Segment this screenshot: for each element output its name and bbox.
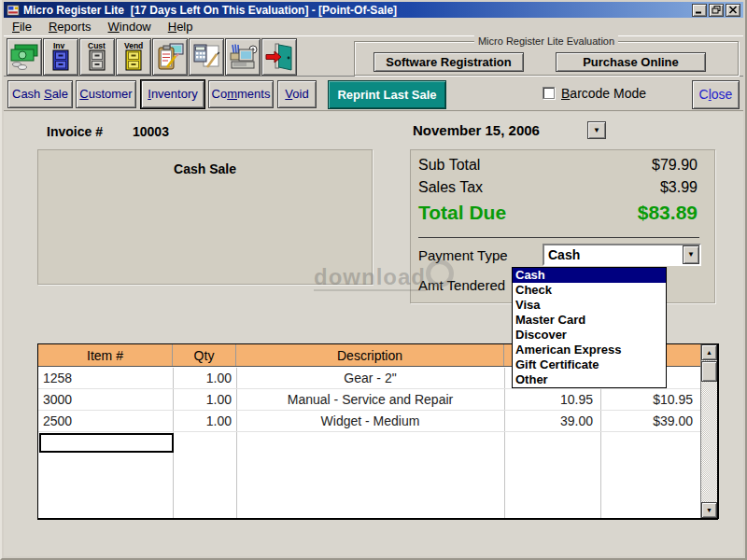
grid-scrollbar[interactable]: ▲ ▼ <box>700 344 717 518</box>
calculator-icon <box>190 41 222 73</box>
sub-total-value: $79.90 <box>652 157 698 174</box>
menu-help[interactable]: Help <box>160 19 202 35</box>
close-icon <box>728 6 738 14</box>
menu-window[interactable]: Window <box>100 19 160 35</box>
restore-button[interactable] <box>709 4 724 17</box>
dropdown-option[interactable]: American Express <box>513 343 666 357</box>
money-icon <box>8 41 40 73</box>
close-window-button[interactable] <box>726 4 740 17</box>
total-due-value: $83.89 <box>638 202 698 224</box>
sale-type-panel: Cash Sale <box>37 149 373 285</box>
table-row[interactable]: 3000 1.00 Manual - Service and Repair 10… <box>38 389 700 411</box>
evaluation-groupbox: Micro Register Lite Evaluation Software … <box>354 41 739 76</box>
payment-type-selected: Cash <box>548 247 580 262</box>
window-title: Micro Register Lite [17 Days Left On Thi… <box>23 4 397 17</box>
sales-tax-value: $3.99 <box>660 179 698 196</box>
invoices-cabinet-icon: Inv <box>45 40 77 74</box>
dropdown-option[interactable]: Visa <box>513 298 666 313</box>
payment-type-combobox[interactable]: Cash ▼ <box>543 244 701 266</box>
header-qty: Qty <box>173 344 236 366</box>
svg-text:Cust: Cust <box>88 41 106 50</box>
tab-customer[interactable]: Customer <box>76 80 136 108</box>
calculator-notes-button[interactable] <box>189 38 224 76</box>
header-item: Item # <box>38 344 173 366</box>
invoice-number: 10003 <box>133 124 169 139</box>
dropdown-option[interactable]: Check <box>513 283 666 298</box>
computer-icon <box>227 41 259 73</box>
scroll-thumb[interactable] <box>701 361 717 382</box>
vendors-cabinet-icon: Vend <box>118 40 149 74</box>
sale-type-title: Cash Sale <box>38 161 372 176</box>
reprint-last-sale-button[interactable]: Reprint Last Sale <box>328 80 446 109</box>
pos-money-button[interactable] <box>7 38 42 76</box>
title-bar: Micro Register Lite [17 Days Left On Thi… <box>4 2 743 18</box>
exit-door-icon <box>263 41 295 73</box>
action-row: Cash Sale Customer Inventory Comments Vo… <box>4 78 743 111</box>
app-window: Micro Register Lite [17 Days Left On Thi… <box>0 0 747 560</box>
dropdown-option[interactable]: Discover <box>513 328 666 343</box>
svg-text:Inv: Inv <box>53 41 65 50</box>
app-icon <box>7 4 20 17</box>
table-row[interactable]: 2500 1.00 Widget - Medium 39.00 $39.00 <box>38 411 700 432</box>
payment-type-label: Payment Type <box>418 247 508 263</box>
tab-comments[interactable]: Comments <box>208 80 274 108</box>
sales-tax-label: Sales Tax <box>418 179 483 196</box>
dropdown-option[interactable]: Master Card <box>513 313 666 328</box>
payment-type-dropdown-list: Cash Check Visa Master Card Discover Ame… <box>512 267 667 388</box>
clipboard-icon <box>154 41 186 73</box>
total-due-label: Total Due <box>418 202 506 224</box>
scroll-down-button[interactable]: ▼ <box>701 502 717 518</box>
tab-inventory[interactable]: Inventory <box>141 80 204 108</box>
date-dropdown-button[interactable]: ▼ <box>587 121 606 139</box>
dropdown-option[interactable]: Cash <box>513 268 666 283</box>
minimize-icon <box>695 6 704 14</box>
tab-void[interactable]: Void <box>277 80 317 108</box>
register-computer-button[interactable] <box>225 38 261 76</box>
toolbar: Inv Cust Vend <box>4 35 743 77</box>
sale-date: November 15, 2006 <box>413 122 540 138</box>
orders-clipboard-button[interactable] <box>152 38 188 76</box>
sub-total-label: Sub Total <box>418 157 480 174</box>
exit-button[interactable] <box>261 38 297 76</box>
amt-tendered-label: Amt Tendered <box>418 277 505 293</box>
close-button[interactable]: Close <box>692 80 740 109</box>
purchase-online-button[interactable]: Purchase Online <box>556 52 706 72</box>
customers-cabinet-button[interactable]: Cust <box>79 38 115 76</box>
invoices-cabinet-button[interactable]: Inv <box>43 38 78 76</box>
svg-text:Vend: Vend <box>124 41 143 50</box>
active-item-cell[interactable] <box>39 433 174 453</box>
menu-file[interactable]: File <box>4 19 40 35</box>
barcode-mode-label: Barcode Mode <box>561 86 646 101</box>
header-description: Description <box>236 344 504 366</box>
barcode-mode-checkbox[interactable] <box>543 87 555 99</box>
customers-cabinet-icon: Cust <box>81 40 113 74</box>
grid-body: 1258 1.00 Gear - 2" 3000 1.00 Manual - S… <box>38 368 700 518</box>
totals-separator <box>418 237 699 238</box>
software-registration-button[interactable]: Software Registration <box>374 52 524 72</box>
invoice-label: Invoice # <box>47 124 103 139</box>
pos-content: Invoice # 10003 November 15, 2006 ▼ Cash… <box>4 112 743 556</box>
menu-bar: File Reports Window Help <box>4 18 743 35</box>
dropdown-option[interactable]: Other <box>513 372 666 387</box>
dropdown-option[interactable]: Gift Certificate <box>513 357 666 372</box>
combobox-arrow-button[interactable]: ▼ <box>683 245 699 264</box>
vendors-cabinet-button[interactable]: Vend <box>116 38 151 76</box>
menu-reports[interactable]: Reports <box>40 19 100 35</box>
restore-icon <box>712 6 721 14</box>
tab-cash-sale[interactable]: Cash Sale <box>7 80 73 108</box>
minimize-button[interactable] <box>692 4 707 17</box>
evaluation-group-title: Micro Register Lite Evaluation <box>474 35 618 47</box>
scroll-up-button[interactable]: ▲ <box>701 344 717 360</box>
